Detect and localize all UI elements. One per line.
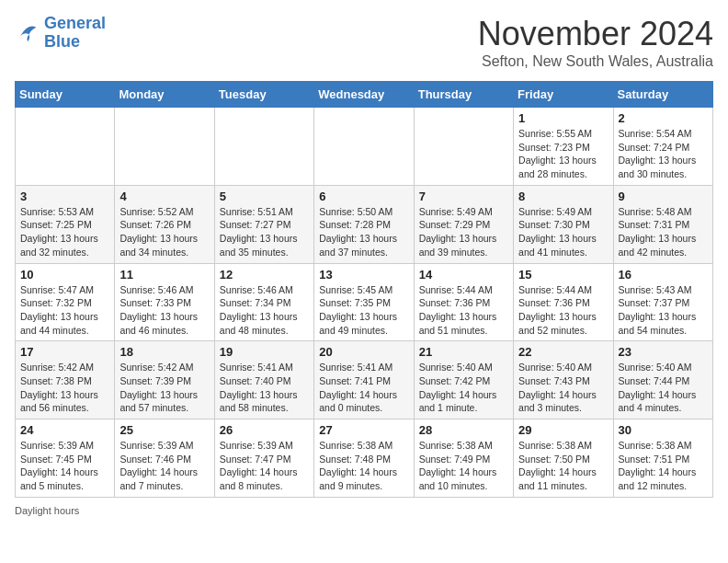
calendar-cell: 25Sunrise: 5:39 AM Sunset: 7:46 PM Dayli… (115, 419, 214, 498)
calendar-cell: 21Sunrise: 5:40 AM Sunset: 7:42 PM Dayli… (414, 341, 513, 419)
day-number: 5 (220, 190, 309, 203)
day-info: Sunrise: 5:39 AM Sunset: 7:46 PM Dayligh… (119, 439, 209, 493)
calendar-cell: 14Sunrise: 5:44 AM Sunset: 7:36 PM Dayli… (414, 263, 513, 341)
calendar-cell: 4Sunrise: 5:52 AM Sunset: 7:26 PM Daylig… (115, 185, 214, 263)
weekday-header-thursday: Thursday (414, 82, 513, 108)
day-number: 27 (319, 423, 408, 437)
month-title: November 2024 (478, 15, 713, 53)
calendar-cell: 3Sunrise: 5:53 AM Sunset: 7:25 PM Daylig… (16, 185, 115, 263)
logo: General Blue (15, 15, 106, 52)
page-header: General Blue November 2024 Sefton, New S… (15, 15, 713, 70)
calendar-cell: 19Sunrise: 5:41 AM Sunset: 7:40 PM Dayli… (214, 341, 313, 419)
day-info: Sunrise: 5:41 AM Sunset: 7:40 PM Dayligh… (220, 361, 309, 415)
day-info: Sunrise: 5:40 AM Sunset: 7:44 PM Dayligh… (619, 361, 708, 415)
day-number: 14 (419, 268, 508, 282)
calendar-week-row: 3Sunrise: 5:53 AM Sunset: 7:25 PM Daylig… (16, 185, 713, 263)
day-number: 1 (518, 111, 608, 125)
calendar-cell (314, 108, 414, 186)
weekday-header-friday: Friday (514, 82, 613, 108)
weekday-header-row: SundayMondayTuesdayWednesdayThursdayFrid… (16, 82, 713, 108)
calendar-cell: 12Sunrise: 5:46 AM Sunset: 7:34 PM Dayli… (214, 263, 313, 341)
logo-bird-icon (15, 20, 40, 46)
day-number: 16 (619, 268, 708, 282)
logo-text: General Blue (44, 15, 106, 52)
day-number: 29 (518, 423, 608, 437)
day-number: 15 (518, 268, 608, 282)
calendar-cell: 5Sunrise: 5:51 AM Sunset: 7:27 PM Daylig… (214, 185, 313, 263)
day-number: 24 (20, 423, 109, 437)
calendar-cell: 17Sunrise: 5:42 AM Sunset: 7:38 PM Dayli… (16, 341, 115, 419)
day-info: Sunrise: 5:39 AM Sunset: 7:47 PM Dayligh… (220, 439, 309, 493)
day-number: 22 (518, 345, 608, 359)
day-info: Sunrise: 5:44 AM Sunset: 7:36 PM Dayligh… (419, 283, 508, 338)
day-info: Sunrise: 5:44 AM Sunset: 7:36 PM Dayligh… (518, 283, 608, 338)
day-number: 7 (419, 190, 508, 203)
calendar-cell: 28Sunrise: 5:38 AM Sunset: 7:49 PM Dayli… (414, 419, 513, 498)
day-info: Sunrise: 5:38 AM Sunset: 7:50 PM Dayligh… (518, 439, 608, 493)
day-info: Sunrise: 5:49 AM Sunset: 7:29 PM Dayligh… (419, 205, 508, 259)
calendar-cell (16, 108, 115, 186)
day-info: Sunrise: 5:50 AM Sunset: 7:28 PM Dayligh… (319, 205, 408, 259)
calendar-cell: 13Sunrise: 5:45 AM Sunset: 7:35 PM Dayli… (314, 263, 414, 341)
calendar-cell: 8Sunrise: 5:49 AM Sunset: 7:30 PM Daylig… (514, 185, 613, 263)
day-info: Sunrise: 5:42 AM Sunset: 7:38 PM Dayligh… (20, 361, 109, 415)
calendar-cell: 26Sunrise: 5:39 AM Sunset: 7:47 PM Dayli… (214, 419, 313, 498)
day-info: Sunrise: 5:52 AM Sunset: 7:26 PM Dayligh… (119, 205, 209, 259)
weekday-header-wednesday: Wednesday (314, 82, 414, 108)
calendar-cell: 23Sunrise: 5:40 AM Sunset: 7:44 PM Dayli… (613, 341, 712, 419)
day-info: Sunrise: 5:38 AM Sunset: 7:51 PM Dayligh… (619, 439, 708, 493)
day-info: Sunrise: 5:41 AM Sunset: 7:41 PM Dayligh… (319, 361, 408, 415)
day-number: 9 (619, 190, 708, 203)
day-number: 23 (619, 345, 708, 359)
day-info: Sunrise: 5:46 AM Sunset: 7:33 PM Dayligh… (119, 283, 209, 338)
calendar-cell (414, 108, 513, 186)
day-number: 26 (220, 423, 309, 437)
daylight-label: Daylight hours (15, 505, 79, 516)
day-info: Sunrise: 5:54 AM Sunset: 7:24 PM Dayligh… (619, 127, 708, 181)
calendar-cell: 30Sunrise: 5:38 AM Sunset: 7:51 PM Dayli… (613, 419, 712, 498)
day-number: 17 (20, 345, 109, 359)
day-number: 10 (20, 268, 109, 282)
day-number: 20 (319, 345, 408, 359)
day-info: Sunrise: 5:45 AM Sunset: 7:35 PM Dayligh… (319, 283, 408, 338)
day-number: 19 (220, 345, 309, 359)
day-info: Sunrise: 5:43 AM Sunset: 7:37 PM Dayligh… (619, 283, 708, 338)
day-number: 11 (119, 268, 209, 282)
calendar-cell (214, 108, 313, 186)
calendar-cell: 10Sunrise: 5:47 AM Sunset: 7:32 PM Dayli… (16, 263, 115, 341)
day-number: 2 (619, 111, 708, 125)
day-info: Sunrise: 5:46 AM Sunset: 7:34 PM Dayligh… (220, 283, 309, 338)
calendar-week-row: 10Sunrise: 5:47 AM Sunset: 7:32 PM Dayli… (16, 263, 713, 341)
calendar-week-row: 1Sunrise: 5:55 AM Sunset: 7:23 PM Daylig… (16, 108, 713, 186)
day-number: 8 (518, 190, 608, 203)
calendar-footer: Daylight hours (15, 505, 713, 516)
calendar-cell: 1Sunrise: 5:55 AM Sunset: 7:23 PM Daylig… (514, 108, 613, 186)
calendar-cell: 15Sunrise: 5:44 AM Sunset: 7:36 PM Dayli… (514, 263, 613, 341)
day-info: Sunrise: 5:40 AM Sunset: 7:43 PM Dayligh… (518, 361, 608, 415)
weekday-header-saturday: Saturday (613, 82, 712, 108)
day-info: Sunrise: 5:49 AM Sunset: 7:30 PM Dayligh… (518, 205, 608, 259)
location-title: Sefton, New South Wales, Australia (478, 53, 713, 70)
day-info: Sunrise: 5:39 AM Sunset: 7:45 PM Dayligh… (20, 439, 109, 493)
day-info: Sunrise: 5:53 AM Sunset: 7:25 PM Dayligh… (20, 205, 109, 259)
calendar-week-row: 24Sunrise: 5:39 AM Sunset: 7:45 PM Dayli… (16, 419, 713, 498)
calendar-cell: 20Sunrise: 5:41 AM Sunset: 7:41 PM Dayli… (314, 341, 414, 419)
weekday-header-sunday: Sunday (16, 82, 115, 108)
day-number: 13 (319, 268, 408, 282)
calendar-table: SundayMondayTuesdayWednesdayThursdayFrid… (15, 81, 713, 498)
day-info: Sunrise: 5:48 AM Sunset: 7:31 PM Dayligh… (619, 205, 708, 259)
calendar-cell: 7Sunrise: 5:49 AM Sunset: 7:29 PM Daylig… (414, 185, 513, 263)
day-number: 18 (119, 345, 209, 359)
calendar-cell: 27Sunrise: 5:38 AM Sunset: 7:48 PM Dayli… (314, 419, 414, 498)
weekday-header-tuesday: Tuesday (214, 82, 313, 108)
day-number: 21 (419, 345, 508, 359)
day-number: 25 (119, 423, 209, 437)
day-number: 28 (419, 423, 508, 437)
day-info: Sunrise: 5:42 AM Sunset: 7:39 PM Dayligh… (119, 361, 209, 415)
calendar-cell (115, 108, 214, 186)
day-info: Sunrise: 5:38 AM Sunset: 7:48 PM Dayligh… (319, 439, 408, 493)
weekday-header-monday: Monday (115, 82, 214, 108)
title-block: November 2024 Sefton, New South Wales, A… (478, 15, 713, 70)
calendar-cell: 22Sunrise: 5:40 AM Sunset: 7:43 PM Dayli… (514, 341, 613, 419)
day-info: Sunrise: 5:55 AM Sunset: 7:23 PM Dayligh… (518, 127, 608, 181)
